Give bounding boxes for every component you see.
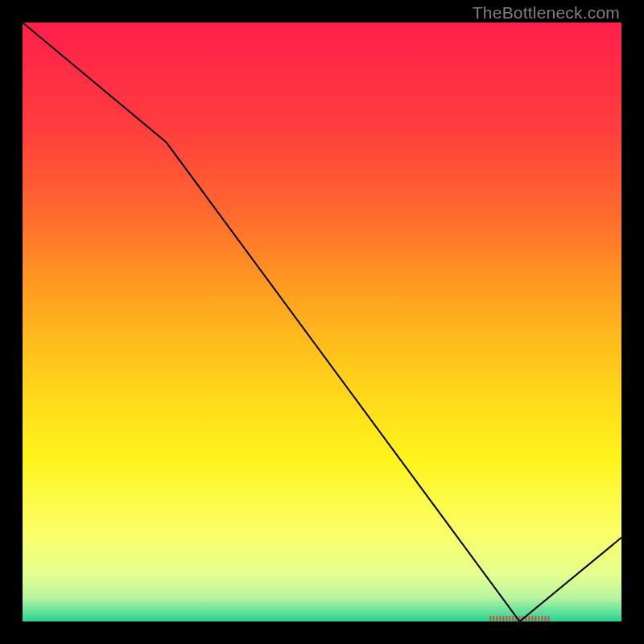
bottleneck-chart xyxy=(23,23,621,621)
watermark-text: TheBottleneck.com xyxy=(473,3,620,23)
chart-background xyxy=(23,23,621,621)
chart-frame xyxy=(23,23,621,621)
